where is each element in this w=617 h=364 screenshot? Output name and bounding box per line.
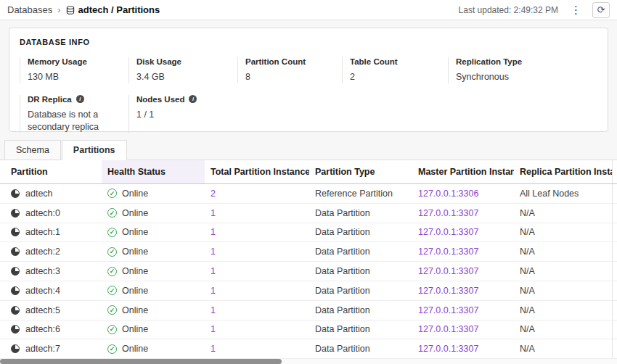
row-overflow-cell — [612, 242, 617, 261]
master-instance-link[interactable]: 127.0.0.1:3306 — [418, 189, 478, 199]
health-status-cell: ✓Online — [102, 227, 205, 237]
kebab-menu-icon[interactable]: ⋮ — [568, 4, 584, 17]
info-icon[interactable]: i — [189, 95, 197, 103]
horizontal-scrollbar-thumb[interactable] — [0, 359, 282, 364]
master-instance-link[interactable]: 127.0.0.1:3307 — [418, 305, 478, 315]
partition-type-cell: Data Partition — [309, 208, 412, 218]
partition-type-cell: Data Partition — [309, 227, 412, 237]
database-info-card: DATABASE INFO Memory Usage 130 MB Disk U… — [9, 28, 608, 132]
health-status-cell: ✓Online — [102, 305, 205, 315]
refresh-icon: ⟳ — [597, 4, 605, 15]
partition-pie-icon — [11, 267, 20, 276]
master-instance-cell: 127.0.0.1:3307 — [412, 286, 514, 296]
column-header-replica-instance[interactable]: Replica Partition Instance ... — [514, 160, 612, 183]
table-row: adtech:1✓Online1Data Partition127.0.0.1:… — [0, 223, 617, 243]
total-instances-cell: 2 — [205, 189, 309, 199]
horizontal-scrollbar-track[interactable] — [0, 359, 617, 364]
total-instances-cell: 1 — [205, 344, 309, 354]
total-instances-link[interactable]: 1 — [211, 208, 216, 218]
field-label: Table Count — [350, 57, 448, 66]
replica-instance-cell: N/A — [514, 247, 612, 257]
field-label: Replication Type — [456, 57, 593, 66]
total-instances-link[interactable]: 1 — [211, 324, 216, 334]
master-instance-cell: 127.0.0.1:3307 — [412, 324, 514, 334]
column-header-partition-type[interactable]: Partition Type — [309, 160, 412, 183]
row-overflow-cell — [612, 320, 617, 339]
breadcrumb-databases-link[interactable]: Databases — [7, 4, 52, 15]
partition-type-cell: Data Partition — [309, 247, 412, 257]
field-nodes-used: Nodes Used i 1 / 1 — [128, 95, 237, 133]
field-label-text: DR Replica — [28, 95, 72, 104]
field-value: 130 MB — [28, 71, 123, 83]
field-label: Nodes Used i — [136, 95, 237, 104]
health-status-cell: ✓Online — [102, 208, 205, 218]
partition-name: adtech:7 — [25, 344, 60, 354]
table-header-row: Partition Health Status Total Partition … — [0, 160, 617, 184]
total-instances-cell: 1 — [205, 305, 309, 315]
partition-name: adtech:2 — [25, 247, 60, 257]
total-instances-cell: 1 — [205, 324, 309, 334]
health-status-cell: ✓Online — [102, 344, 205, 354]
partition-type-cell: Reference Partition — [309, 189, 412, 199]
master-instance-cell: 127.0.0.1:3307 — [412, 247, 514, 257]
partition-pie-icon — [11, 209, 20, 218]
total-instances-link[interactable]: 2 — [211, 189, 216, 199]
field-value: 8 — [245, 71, 341, 83]
master-instance-link[interactable]: 127.0.0.1:3307 — [418, 324, 478, 334]
table-row: adtech:2✓Online1Data Partition127.0.0.1:… — [0, 242, 617, 262]
master-instance-link[interactable]: 127.0.0.1:3307 — [418, 286, 478, 296]
column-header-master-instance[interactable]: Master Partition Instance ... — [412, 160, 514, 183]
master-instance-cell: 127.0.0.1:3307 — [412, 227, 514, 237]
total-instances-cell: 1 — [205, 227, 309, 237]
table-row: adtech:4✓Online1Data Partition127.0.0.1:… — [0, 281, 617, 301]
online-check-icon: ✓ — [107, 228, 117, 237]
column-header-health-status[interactable]: Health Status — [102, 160, 205, 183]
health-status-cell: ✓Online — [102, 324, 205, 334]
total-instances-link[interactable]: 1 — [211, 344, 216, 354]
table-body: adtech✓Online2Reference Partition127.0.0… — [0, 184, 617, 359]
master-instance-cell: 127.0.0.1:3307 — [412, 305, 514, 315]
master-instance-link[interactable]: 127.0.0.1:3307 — [418, 344, 478, 354]
partition-pie-icon — [11, 189, 20, 198]
partition-name: adtech — [25, 189, 53, 199]
tab-schema[interactable]: Schema — [4, 140, 61, 160]
field-value: Synchronous — [456, 71, 552, 83]
replica-instance-cell: N/A — [514, 227, 612, 237]
total-instances-cell: 1 — [205, 266, 309, 276]
partition-cell: adtech:7 — [0, 344, 102, 354]
master-instance-cell: 127.0.0.1:3307 — [412, 266, 514, 276]
master-instance-link[interactable]: 127.0.0.1:3307 — [418, 247, 478, 257]
health-status-text: Online — [122, 344, 148, 354]
refresh-button[interactable]: ⟳ — [592, 2, 610, 18]
row-overflow-cell — [612, 262, 617, 281]
online-check-icon: ✓ — [107, 344, 117, 354]
info-icon[interactable]: i — [76, 95, 84, 103]
column-header-partition[interactable]: Partition — [0, 160, 102, 183]
master-instance-link[interactable]: 127.0.0.1:3307 — [418, 208, 478, 218]
partition-type-cell: Data Partition — [309, 324, 412, 334]
master-instance-link[interactable]: 127.0.0.1:3307 — [418, 227, 478, 237]
health-status-text: Online — [122, 247, 148, 257]
partition-pie-icon — [11, 344, 20, 353]
tab-partitions[interactable]: Partitions — [62, 140, 127, 160]
partition-pie-icon — [11, 247, 20, 256]
partition-cell: adtech:5 — [0, 305, 102, 315]
total-instances-link[interactable]: 1 — [211, 286, 216, 296]
partition-name: adtech:5 — [25, 305, 60, 315]
column-header-total-instances[interactable]: Total Partition Instances — [205, 160, 309, 183]
master-instance-link[interactable]: 127.0.0.1:3307 — [418, 266, 478, 276]
total-instances-link[interactable]: 1 — [211, 266, 216, 276]
partition-name: adtech:0 — [25, 208, 60, 218]
total-instances-link[interactable]: 1 — [211, 305, 216, 315]
total-instances-cell: 1 — [205, 247, 309, 257]
row-overflow-cell — [612, 223, 617, 242]
total-instances-link[interactable]: 1 — [211, 227, 216, 237]
health-status-cell: ✓Online — [102, 266, 205, 276]
field-label-text: Nodes Used — [136, 95, 184, 104]
field-table-count: Table Count 2 — [342, 57, 448, 83]
partition-type-cell: Data Partition — [309, 305, 412, 315]
replica-instance-cell: All Leaf Nodes — [514, 189, 612, 199]
row-overflow-cell — [612, 301, 617, 320]
health-status-text: Online — [122, 324, 148, 334]
total-instances-link[interactable]: 1 — [211, 247, 216, 257]
